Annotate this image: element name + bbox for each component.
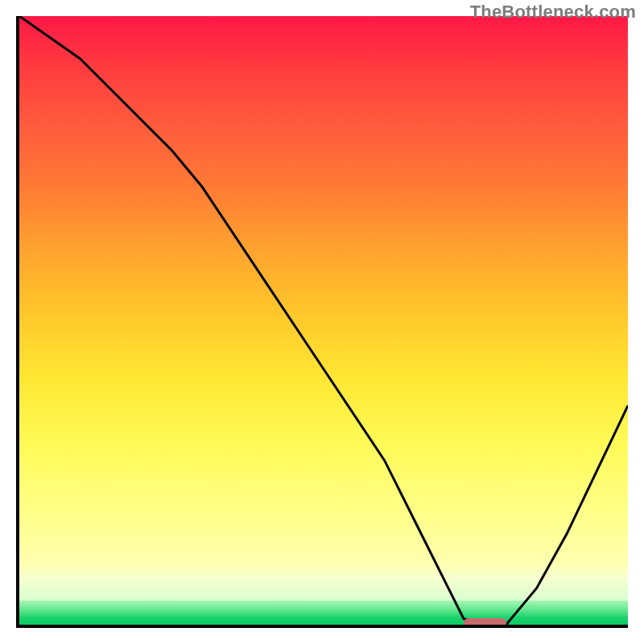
heat-gradient-background <box>19 16 628 625</box>
bottleneck-chart: TheBottleneck.com <box>0 0 644 644</box>
sweet-spot-marker <box>464 618 506 628</box>
gradient-band-green <box>19 601 628 625</box>
plot-area <box>16 16 628 628</box>
gradient-band-red <box>19 16 628 442</box>
gradient-band-yellow <box>19 442 628 564</box>
gradient-band-pale <box>19 564 628 600</box>
watermark-text: TheBottleneck.com <box>470 2 636 23</box>
